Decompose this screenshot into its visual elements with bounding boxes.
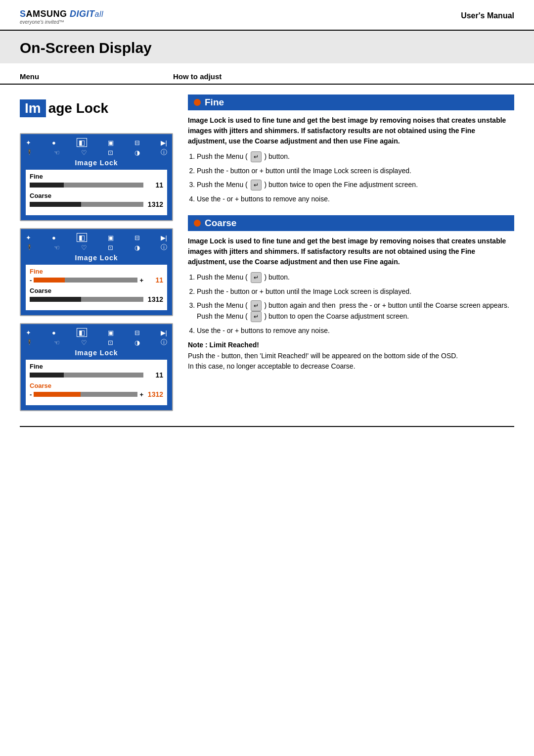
- osd-icon-display2: ▣: [108, 234, 114, 241]
- fine-description: Image Lock is used to fine tune and get …: [188, 115, 514, 146]
- osd-body-3: Fine 11 Coarse - + 1312: [26, 360, 167, 405]
- fine-step-3: Push the Menu ( ↵ ) button twice to open…: [197, 180, 514, 190]
- osd-fine-minus-2: -: [30, 277, 32, 284]
- osd-coarse-bar-row-3: - + 1312: [30, 390, 163, 398]
- osd-fine-bar-3: [30, 373, 143, 378]
- osd-icon-heart3: ♡: [81, 339, 87, 346]
- fine-section: Fine Image Lock is used to fine tune and…: [188, 94, 514, 204]
- coarse-step-3: Push the Menu ( ↵ ) button again and the…: [197, 300, 514, 322]
- osd-icon-square2: ⊡: [108, 244, 113, 251]
- fine-heading: Fine: [205, 97, 224, 108]
- osd-coarse-minus-3: -: [30, 391, 32, 398]
- osd-icon-display3: ▣: [108, 329, 114, 336]
- osd-icon-arrow3: ▶|: [161, 329, 167, 336]
- osd-fine-label-2: Fine: [30, 268, 163, 275]
- menu-btn-coarse-1: ↵: [251, 272, 262, 283]
- page-header: SAMSUNG DIGITall everyone's invited™ Use…: [0, 0, 534, 31]
- coarse-dot: [194, 220, 201, 227]
- osd-screen-3: ✦ ● ◧ ▣ ⊟ ▶| 🕴 ☜ ♡ ⊡ ◑ ⓘ Image Lock Fine: [20, 323, 173, 411]
- manual-label: User's Manual: [461, 9, 514, 20]
- osd-icon-info: ⓘ: [161, 148, 167, 157]
- coarse-section: Coarse Image Lock is used to fine tune a…: [188, 215, 514, 372]
- fine-step-4: Use the - or + buttons to remove any noi…: [197, 194, 514, 204]
- osd-coarse-value-3: 1312: [145, 390, 163, 398]
- osd-icons-row3: ✦ ● ◧ ▣ ⊟ ▶|: [26, 233, 167, 242]
- osd-icon-clock3: ◑: [134, 339, 140, 346]
- osd-icon-hand2: ☜: [54, 244, 60, 251]
- col-menu-label: Menu: [20, 72, 173, 81]
- page-title-bar: On-Screen Display: [0, 31, 534, 63]
- osd-icon-circle2: ●: [52, 234, 56, 241]
- coarse-section-header: Coarse: [188, 215, 514, 231]
- osd-fine-bar-fill-3: [30, 373, 64, 378]
- osd-icon-heart: ♡: [81, 149, 87, 156]
- osd-fine-value-1: 11: [145, 181, 163, 189]
- osd-fine-label-3: Fine: [30, 363, 163, 370]
- osd-icon-info2: ⓘ: [161, 243, 167, 252]
- osd-icon-sun: ✦: [26, 139, 31, 146]
- menu-btn-fine-1: ↵: [251, 151, 262, 162]
- osd-body-1: Fine 11 Coarse 1312: [26, 170, 167, 215]
- osd-fine-bar-row-3: 11: [30, 371, 163, 379]
- osd-icons-row6: 🕴 ☜ ♡ ⊡ ◑ ⓘ: [26, 338, 167, 347]
- osd-icon-display: ▣: [108, 139, 114, 146]
- osd-fine-plus-2: +: [139, 277, 143, 284]
- osd-coarse-value-1: 1312: [145, 200, 163, 208]
- note-title: Note : Limit Reached!: [188, 341, 514, 349]
- osd-coarse-bar-fill-1: [30, 202, 81, 207]
- osd-coarse-label-3: Coarse: [30, 382, 163, 389]
- logo-area: SAMSUNG DIGITall everyone's invited™: [20, 9, 103, 25]
- image-lock-title-highlighted: Im: [20, 99, 46, 117]
- osd-screen-2: ✦ ● ◧ ▣ ⊟ ▶| 🕴 ☜ ♡ ⊡ ◑ ⓘ Image Lock Fine…: [20, 228, 173, 316]
- osd-fine-bar-row-1: 11: [30, 181, 163, 189]
- coarse-steps: Push the Menu ( ↵ ) button. Push the - b…: [188, 272, 514, 336]
- osd-icon-sun2: ✦: [26, 234, 31, 241]
- osd-coarse-label-2: Coarse: [30, 287, 163, 294]
- fine-step-1: Push the Menu ( ↵ ) button.: [197, 151, 514, 162]
- osd-coarse-bar-row-1: 1312: [30, 200, 163, 208]
- osd-fine-bar-2: [34, 278, 137, 283]
- fine-dot: [194, 99, 201, 106]
- osd-coarse-label-1: Coarse: [30, 192, 163, 199]
- footer-line: [20, 426, 514, 427]
- column-headers: Menu How to adjust: [0, 63, 534, 85]
- osd-coarse-value-2: 1312: [145, 295, 163, 303]
- image-lock-title-rest: age Lock: [48, 100, 108, 116]
- osd-icon-contrast3: ◧: [77, 328, 87, 337]
- osd-icons-row5: ✦ ● ◧ ▣ ⊟ ▶|: [26, 328, 167, 337]
- coarse-step-1: Push the Menu ( ↵ ) button.: [197, 272, 514, 283]
- osd-fine-value-2: 11: [145, 276, 163, 284]
- osd-fine-bar-row-2: - + 11: [30, 276, 163, 284]
- coarse-heading: Coarse: [205, 218, 236, 229]
- samsung-logo: SAMSUNG DIGITall: [20, 9, 103, 19]
- fine-section-header: Fine: [188, 94, 514, 110]
- osd-icon-speaker: ⊟: [134, 139, 140, 146]
- osd-icon-heart2: ♡: [81, 244, 87, 251]
- osd-icon-person: 🕴: [26, 149, 33, 156]
- osd-icon-sun3: ✦: [26, 329, 31, 336]
- osd-screen-1: ✦ ● ◧ ▣ ⊟ ▶| 🕴 ☜ ♡ ⊡ ◑ ⓘ Image Lock Fine: [20, 133, 173, 221]
- col-how-label: How to adjust: [173, 72, 222, 81]
- osd-icon-hand1: ☜: [54, 149, 60, 156]
- osd-coarse-bar-row-2: 1312: [30, 295, 163, 303]
- osd-icon-person3: 🕴: [26, 339, 33, 346]
- osd-icon-square: ⊡: [108, 149, 113, 156]
- osd-title-2: Image Lock: [26, 254, 167, 262]
- menu-btn-coarse-3b: ↵: [251, 311, 262, 322]
- osd-coarse-bar-fill-2: [30, 297, 81, 302]
- osd-icon-arrow: ▶|: [161, 139, 167, 146]
- osd-coarse-bar-fill-3: [34, 392, 81, 397]
- menu-btn-coarse-3a: ↵: [251, 300, 262, 311]
- osd-icon-arrow2: ▶|: [161, 234, 167, 241]
- osd-fine-bar-fill-2: [34, 278, 65, 283]
- logo-tagline: everyone's invited™: [20, 19, 103, 25]
- osd-coarse-bar-2: [30, 297, 143, 302]
- osd-icon-contrast2: ◧: [77, 233, 87, 242]
- osd-fine-value-3: 11: [145, 371, 163, 379]
- osd-icon-speaker2: ⊟: [134, 234, 140, 241]
- coarse-step-2: Push the - button or + button until the …: [197, 286, 514, 297]
- osd-icon-speaker3: ⊟: [134, 329, 140, 336]
- osd-icon-hand3: ☜: [54, 339, 60, 346]
- osd-fine-bar-1: [30, 183, 143, 188]
- osd-icon-info3: ⓘ: [161, 338, 167, 347]
